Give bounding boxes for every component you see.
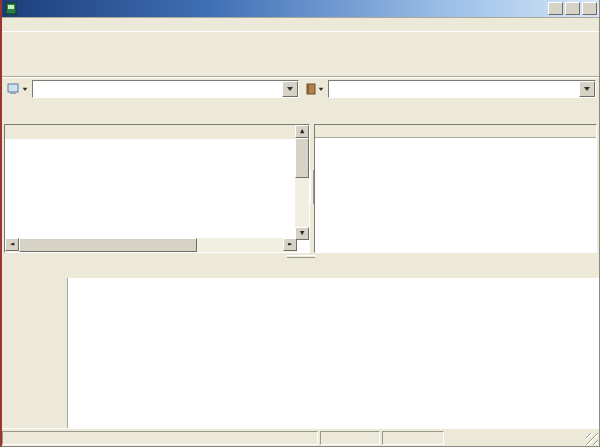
address-row [2, 78, 599, 100]
local-view-menu-button[interactable] [5, 82, 30, 96]
menubar [2, 17, 599, 32]
server-menu-button[interactable] [303, 82, 326, 96]
server-address [303, 80, 597, 98]
status-extra [382, 431, 444, 445]
scroll-thumb[interactable] [19, 238, 197, 252]
computer-icon [7, 83, 21, 95]
server-select-dropdown-button[interactable] [579, 81, 595, 97]
file-list [5, 139, 309, 240]
chevron-down-icon [287, 87, 293, 94]
status-bar [2, 428, 599, 447]
status-help-text [2, 431, 318, 445]
local-file-panel: ▲ ▼ ◄ ► [4, 124, 310, 253]
editor-side-tabs [2, 278, 68, 428]
remote-file-panel [314, 124, 597, 253]
server-book-icon [305, 83, 317, 95]
file-list-header [5, 125, 309, 139]
status-local-count [320, 431, 380, 445]
titlebar[interactable] [2, 0, 599, 17]
app-window: ▲ ▼ ◄ ► [0, 0, 600, 447]
local-path-dropdown-button[interactable] [282, 81, 298, 97]
editor-area [2, 278, 599, 428]
code-editor[interactable] [68, 278, 599, 428]
editor-toolbar [2, 260, 599, 278]
close-button[interactable] [582, 2, 597, 15]
server-select-combo[interactable] [328, 80, 597, 98]
horizontal-splitter[interactable] [2, 253, 599, 260]
splitter-grip [287, 255, 315, 258]
main-toolbar [2, 32, 599, 78]
chevron-down-icon [584, 87, 590, 94]
scroll-down-button[interactable]: ▼ [295, 227, 309, 240]
local-path-combo[interactable] [32, 80, 299, 98]
remote-file-list[interactable] [315, 138, 596, 252]
remote-list-header [315, 125, 596, 138]
local-address [5, 80, 299, 98]
resize-grip[interactable] [586, 433, 598, 445]
splitter-grip [310, 170, 314, 204]
maximize-button[interactable] [565, 2, 580, 15]
app-icon [5, 2, 18, 15]
scroll-left-button[interactable]: ◄ [5, 238, 19, 251]
panel-splitter[interactable] [310, 124, 314, 253]
scroll-right-button[interactable]: ► [283, 238, 297, 251]
minimize-button[interactable] [548, 2, 563, 15]
file-ops-row [2, 100, 599, 122]
window-controls [548, 2, 597, 15]
vertical-scrollbar[interactable]: ▲ ▼ [295, 125, 309, 240]
file-panels: ▲ ▼ ◄ ► [2, 122, 599, 253]
horizontal-scrollbar[interactable]: ◄ ► [5, 238, 297, 252]
chevron-down-icon [23, 87, 28, 93]
scroll-thumb[interactable] [295, 138, 309, 178]
chevron-down-icon [318, 87, 323, 93]
scroll-up-button[interactable]: ▲ [295, 125, 309, 138]
